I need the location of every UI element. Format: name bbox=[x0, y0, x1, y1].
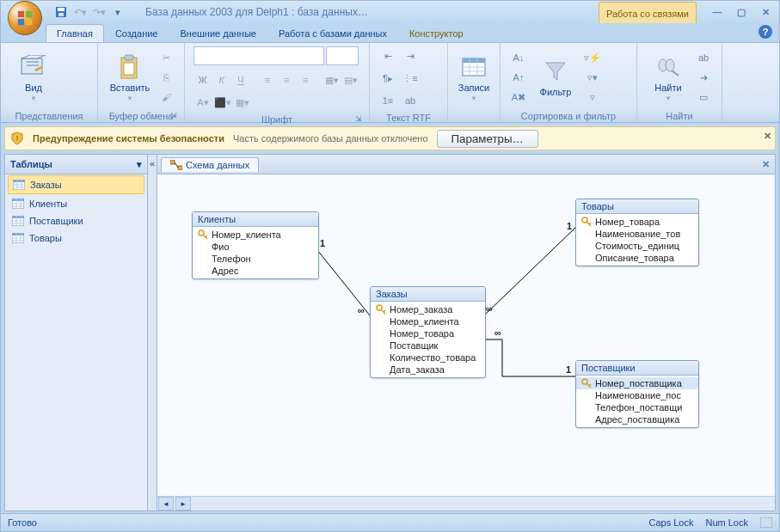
maximize-button[interactable]: ▢ bbox=[731, 5, 752, 19]
scroll-right-icon[interactable]: ► bbox=[175, 497, 191, 511]
highlight-icon[interactable]: ab bbox=[401, 91, 420, 110]
sort-desc-icon[interactable]: A↑ bbox=[509, 68, 528, 87]
entity-field[interactable]: Фио bbox=[193, 241, 318, 253]
entity-field[interactable]: Телефон_поставщи bbox=[576, 401, 698, 413]
qat-customize-icon[interactable]: ▾ bbox=[109, 3, 126, 21]
entity-field[interactable]: Номер_клиента bbox=[371, 315, 485, 327]
save-icon[interactable] bbox=[52, 3, 70, 21]
entity-field[interactable]: Телефон bbox=[193, 253, 318, 265]
toggle-filter-icon[interactable]: ▿ bbox=[583, 88, 602, 107]
close-button[interactable]: ✕ bbox=[755, 5, 776, 19]
entity-field[interactable]: Номер_товара bbox=[371, 327, 485, 339]
fill-color-icon[interactable]: ⬛▾ bbox=[213, 93, 232, 112]
help-icon[interactable]: ? bbox=[759, 25, 772, 39]
view-shortcuts-icon[interactable] bbox=[760, 517, 772, 528]
advanced-filter-icon[interactable]: ▿▾ bbox=[583, 68, 602, 87]
ltr-icon[interactable]: ¶▸ bbox=[378, 69, 397, 88]
security-close-icon[interactable]: ✕ bbox=[764, 131, 771, 142]
entity-field[interactable]: Номер_заказа bbox=[371, 303, 485, 315]
gridline-color-icon[interactable]: ▦▾ bbox=[233, 93, 252, 112]
redo-icon[interactable]: ↷▾ bbox=[90, 3, 107, 21]
entity-suppliers[interactable]: ПоставщикиНомер_поставщикаНаименование_п… bbox=[575, 360, 699, 428]
entity-header[interactable]: Клиенты bbox=[193, 212, 318, 227]
entity-field[interactable]: Адрес_поставщика bbox=[576, 413, 698, 425]
nav-collapse-button[interactable]: « bbox=[148, 154, 157, 511]
nav-item-Заказы[interactable]: Заказы bbox=[8, 175, 144, 194]
paste-button[interactable]: Вставить ▼ bbox=[107, 49, 153, 106]
italic-icon[interactable]: К bbox=[212, 70, 230, 89]
select-icon[interactable]: ▭ bbox=[694, 88, 713, 107]
cut-icon[interactable]: ✂ bbox=[157, 48, 175, 67]
security-message: Часть содержимого базы данных отключено bbox=[233, 133, 428, 144]
font-name-combo[interactable] bbox=[193, 46, 324, 65]
entity-clients[interactable]: КлиентыНомер_клиентаФиоТелефонАдрес bbox=[192, 211, 319, 279]
underline-icon[interactable]: Ч bbox=[231, 70, 249, 89]
entity-field[interactable]: Дата_заказа bbox=[371, 364, 485, 376]
entity-header[interactable]: Товары bbox=[576, 199, 698, 214]
minimize-button[interactable]: — bbox=[707, 5, 728, 19]
clear-sort-icon[interactable]: A✖ bbox=[509, 88, 528, 107]
font-color-icon[interactable]: A▾ bbox=[193, 93, 212, 112]
format-painter-icon[interactable]: 🖌 bbox=[157, 88, 175, 107]
entity-field[interactable]: Количество_товара bbox=[371, 352, 485, 364]
office-button[interactable] bbox=[8, 1, 42, 35]
records-button[interactable]: Записи ▼ bbox=[457, 49, 491, 106]
find-button[interactable]: Найти ▼ bbox=[646, 49, 691, 106]
indent-right-icon[interactable]: ⇥ bbox=[401, 46, 420, 65]
nav-item-Поставщики[interactable]: Поставщики bbox=[5, 212, 147, 229]
empty-label bbox=[451, 110, 496, 122]
align-left-icon[interactable]: ≡ bbox=[258, 70, 276, 89]
nav-item-label: Клиенты bbox=[29, 199, 67, 209]
replace-icon[interactable]: ab bbox=[694, 48, 713, 67]
selection-filter-icon[interactable]: ▿⚡ bbox=[583, 48, 602, 67]
entity-header[interactable]: Заказы bbox=[371, 287, 485, 302]
nav-item-Товары[interactable]: Товары bbox=[5, 229, 147, 247]
entity-field[interactable]: Наименование_тов bbox=[576, 228, 698, 240]
font-size-combo[interactable] bbox=[326, 46, 359, 65]
nav-dropdown-icon[interactable]: ▾ bbox=[137, 159, 142, 170]
entity-field[interactable]: Номер_поставщика bbox=[576, 377, 698, 389]
security-options-button[interactable]: Параметры… bbox=[437, 130, 538, 148]
tab-dbtools[interactable]: Работа с базами данных bbox=[267, 24, 398, 42]
nav-header[interactable]: Таблицы ▾ bbox=[5, 155, 147, 174]
scroll-left-icon[interactable]: ◄ bbox=[158, 497, 174, 511]
goto-icon[interactable]: ➜ bbox=[694, 68, 713, 87]
entity-field[interactable]: Номер_товара bbox=[576, 216, 698, 228]
bold-icon[interactable]: Ж bbox=[193, 70, 212, 89]
align-center-icon[interactable]: ≡ bbox=[278, 70, 296, 89]
tab-home[interactable]: Главная bbox=[46, 24, 104, 42]
gridlines-icon[interactable]: ▦▾ bbox=[323, 70, 341, 89]
view-button[interactable]: Вид ▼ bbox=[9, 49, 58, 106]
dialog-launcher-icon[interactable]: ⇲ bbox=[169, 111, 179, 121]
entity-field[interactable]: Адрес bbox=[193, 265, 318, 277]
bullets-icon[interactable]: ⋮≡ bbox=[401, 69, 420, 88]
entity-header[interactable]: Поставщики bbox=[576, 361, 698, 376]
nav-item-Клиенты[interactable]: Клиенты bbox=[5, 195, 147, 212]
tab-external[interactable]: Внешние данные bbox=[169, 24, 267, 42]
doc-close-icon[interactable]: ✕ bbox=[762, 159, 770, 170]
doc-tab-relationships[interactable]: Схема данных bbox=[161, 157, 259, 172]
group-clipboard-label: Буфер обмена bbox=[109, 111, 174, 121]
relationships-canvas[interactable]: 1 ∞ ∞ 1 ∞ 1 КлиентыНомер_клиентаФиоТелеф… bbox=[157, 174, 775, 496]
align-right-icon[interactable]: ≡ bbox=[297, 70, 315, 89]
entity-field[interactable]: Номер_клиента bbox=[193, 229, 318, 241]
sort-asc-icon[interactable]: A↓ bbox=[509, 48, 528, 67]
undo-icon[interactable]: ↶▾ bbox=[71, 3, 89, 21]
horizontal-scrollbar[interactable]: ◄ ► bbox=[157, 496, 775, 511]
indent-left-icon[interactable]: ⇤ bbox=[378, 46, 397, 65]
filter-button[interactable]: Фильтр bbox=[531, 49, 580, 106]
dialog-launcher-icon[interactable]: ⇲ bbox=[353, 114, 364, 125]
entity-field[interactable]: Наименование_пос bbox=[576, 389, 698, 401]
copy-icon[interactable]: ⎘ bbox=[157, 68, 175, 87]
svg-rect-11 bbox=[125, 55, 133, 60]
alt-row-icon[interactable]: ▤▾ bbox=[342, 70, 360, 89]
tab-design[interactable]: Конструктор bbox=[398, 24, 475, 42]
entity-goods[interactable]: ТоварыНомер_товараНаименование_товСтоимо… bbox=[575, 199, 699, 266]
entity-field[interactable]: Описание_товара bbox=[576, 252, 698, 264]
svg-rect-5 bbox=[58, 8, 64, 11]
entity-field[interactable]: Поставщик bbox=[371, 339, 485, 352]
tab-create[interactable]: Создание bbox=[104, 24, 169, 42]
entity-field[interactable]: Стоимость_единиц bbox=[576, 240, 698, 252]
entity-orders[interactable]: ЗаказыНомер_заказаНомер_клиентаНомер_тов… bbox=[370, 286, 486, 378]
numbering-icon[interactable]: 1≡ bbox=[378, 91, 397, 110]
